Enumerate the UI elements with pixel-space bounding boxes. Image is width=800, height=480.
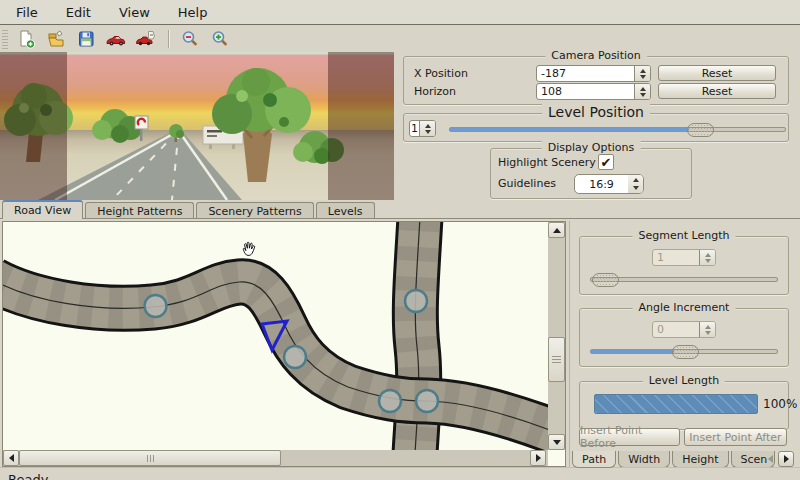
insert-point-before-button[interactable]: Insert Point Before [579, 428, 680, 446]
segment-length-slider-handle[interactable] [592, 273, 619, 287]
canvas-hscrollbar[interactable] [3, 450, 548, 466]
view-tab-bar: Road View Height Patterns Scenery Patter… [2, 200, 377, 219]
zoom-out-icon[interactable] [178, 28, 202, 50]
open-track-icon[interactable] [44, 28, 68, 50]
tab-height-patterns[interactable]: Height Patterns [85, 202, 194, 219]
level-position-spinbox[interactable]: 1 [409, 120, 436, 137]
guideline-shade-left [0, 52, 67, 200]
zoom-in-icon[interactable] [208, 28, 232, 50]
segment-length-spin-buttons[interactable] [699, 250, 715, 265]
guideline-shade-right [328, 52, 394, 200]
control-point[interactable] [379, 390, 401, 412]
scroll-right-button[interactable] [530, 450, 546, 466]
menu-view[interactable]: View [109, 2, 160, 23]
horizon-spinbox[interactable]: 108 [536, 83, 651, 100]
x-position-label: X Position [414, 67, 468, 80]
level-length-group: Level Length 100% [579, 381, 789, 430]
canvas-vscrollbar[interactable] [548, 222, 565, 450]
control-point[interactable] [284, 346, 306, 368]
angle-increment-slider-handle[interactable] [672, 345, 699, 359]
control-point[interactable] [405, 290, 427, 312]
tab-width[interactable]: Width [618, 451, 670, 468]
guidelines-spin-buttons[interactable] [628, 175, 643, 193]
camera-position-title: Camera Position [545, 49, 647, 62]
application-window: File Edit View Help [0, 0, 800, 480]
hscroll-thumb[interactable] [19, 450, 281, 466]
insert-point-after-button[interactable]: Insert Point After [684, 428, 787, 446]
highlight-scenery-checkbox[interactable]: ✔ [598, 154, 614, 170]
x-position-spinbox[interactable]: -187 [536, 65, 651, 82]
tool-bar [0, 26, 800, 52]
menu-bar: File Edit View Help [0, 0, 800, 25]
status-text: Ready [8, 472, 48, 480]
horizon-reset-button[interactable]: Reset [658, 83, 776, 99]
menu-file[interactable]: File [6, 2, 48, 23]
angle-increment-spin-buttons[interactable] [699, 322, 715, 337]
segment-length-title: Segment Length [633, 229, 736, 242]
vscroll-thumb[interactable] [548, 337, 565, 382]
control-point[interactable] [416, 390, 438, 412]
status-bar: Ready [0, 467, 800, 480]
display-options-title: Display Options [542, 141, 641, 154]
scroll-down-button[interactable] [548, 434, 565, 450]
hand-cursor-icon [243, 242, 254, 255]
scroll-left-button[interactable] [3, 450, 19, 466]
control-point[interactable] [145, 295, 167, 317]
camera-position-group: Camera Position X Position -187 Reset Ho… [403, 56, 789, 105]
tab-path[interactable]: Path [572, 451, 616, 468]
level-length-title: Level Length [643, 374, 725, 387]
level-position-group: Level Position 1 [403, 113, 789, 142]
horizon-spin-buttons[interactable] [634, 84, 650, 99]
level-position-title: Level Position [542, 104, 650, 120]
angle-increment-spinbox[interactable]: 0 [652, 321, 716, 338]
car-test-icon[interactable] [104, 28, 128, 50]
tab-scenery-patterns[interactable]: Scenery Patterns [196, 202, 313, 219]
guidelines-label: Guidelines [498, 177, 556, 190]
horizon-label: Horizon [414, 85, 456, 98]
checkmark-icon: ✔ [601, 156, 612, 169]
guidelines-spinbox[interactable]: 16:9 [574, 174, 644, 194]
tab-height[interactable]: Height [672, 451, 728, 468]
angle-increment-title: Angle Increment [633, 301, 736, 314]
new-track-icon[interactable] [14, 28, 38, 50]
menu-help[interactable]: Help [168, 2, 218, 23]
x-position-spin-buttons[interactable] [634, 66, 650, 81]
scroll-up-button[interactable] [548, 222, 565, 238]
menu-edit[interactable]: Edit [56, 2, 101, 23]
tool-panel: Segment Length 1 Angle Increment 0 [569, 221, 800, 467]
highlight-scenery-label: Highlight Scenery [498, 156, 596, 169]
display-options-group: Display Options Highlight Scenery ✔ Guid… [490, 148, 692, 199]
path-editor-canvas[interactable] [3, 222, 548, 450]
tab-scroll-right-button[interactable] [778, 451, 794, 467]
angle-increment-group: Angle Increment 0 [579, 308, 789, 367]
level-position-slider[interactable] [449, 122, 786, 136]
car-export-icon[interactable] [134, 28, 158, 50]
save-track-icon[interactable] [74, 28, 98, 50]
road-horizontal [3, 280, 548, 432]
level-position-spin-buttons[interactable] [419, 121, 435, 136]
segment-length-spinbox[interactable]: 1 [652, 249, 716, 266]
toolbar-separator [168, 30, 170, 48]
x-position-reset-button[interactable]: Reset [658, 65, 776, 81]
path-editor-canvas-frame [2, 221, 566, 467]
toolbar-grip[interactable] [2, 29, 8, 49]
road-preview-render[interactable] [0, 52, 394, 200]
tab-road-view[interactable]: Road View [2, 200, 83, 219]
angle-increment-slider[interactable] [590, 343, 778, 358]
tab-scroll-left-button[interactable] [763, 452, 777, 466]
level-length-progressbar [594, 394, 758, 414]
level-length-value: 100% [763, 397, 797, 411]
level-position-slider-handle[interactable] [687, 123, 714, 137]
tab-levels[interactable]: Levels [316, 202, 375, 219]
segment-length-group: Segment Length 1 [579, 236, 789, 295]
segment-length-slider[interactable] [590, 271, 778, 286]
